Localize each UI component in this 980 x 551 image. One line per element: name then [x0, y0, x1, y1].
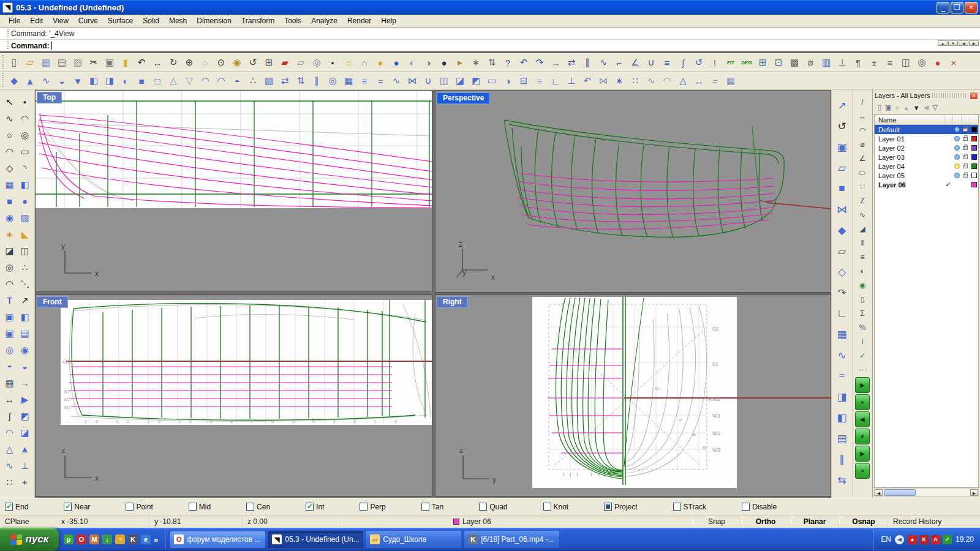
menu-item[interactable]: View	[48, 15, 74, 26]
toolbar-icon[interactable]: ↔	[691, 73, 707, 89]
scroll-up[interactable]: ▲	[938, 40, 948, 46]
layer-row[interactable]: Default	[875, 125, 978, 134]
toolbar-icon[interactable]: ↺	[691, 54, 707, 70]
toolbar-icon[interactable]: ◐	[404, 54, 420, 70]
toolbar-icon[interactable]: «	[855, 394, 870, 410]
menu-item[interactable]: Tools	[279, 15, 306, 26]
toolbar-icon[interactable]: ◉	[229, 54, 245, 70]
checkbox[interactable]	[189, 503, 197, 511]
viewport-front-label[interactable]: Front	[37, 296, 68, 308]
layer-on-bulb-icon[interactable]	[954, 145, 960, 151]
toolbar-icon[interactable]: ↔	[2, 391, 17, 408]
menu-item[interactable]: Mesh	[164, 15, 192, 26]
layer-color-swatch[interactable]	[971, 136, 977, 141]
layer-color-swatch[interactable]	[971, 182, 977, 187]
toolbar-icon[interactable]: ▸	[452, 54, 468, 70]
toolbar-icon[interactable]: ◆	[834, 220, 851, 241]
record-history-pane[interactable]: Record History	[888, 517, 980, 527]
toolbar-icon[interactable]: ⊥	[564, 73, 579, 89]
toolbar-icon[interactable]: ↶	[516, 54, 532, 70]
checkbox[interactable]	[673, 503, 681, 511]
layer-on-bulb-icon[interactable]	[954, 154, 960, 160]
toolbar-icon[interactable]: ◌	[197, 54, 213, 70]
cplane-pane[interactable]: CPlane	[0, 517, 56, 527]
toolbar-icon[interactable]: ▦	[341, 73, 356, 89]
toolbar-icon[interactable]: ▱	[834, 157, 851, 178]
status-toggle-pane[interactable]: Snap	[692, 517, 741, 527]
toolbar-icon[interactable]: ▤	[54, 54, 70, 70]
toolbar-icon[interactable]: ◠	[17, 110, 32, 127]
toolbar-icon[interactable]: ≈	[707, 73, 723, 89]
toolbar-icon[interactable]: ◪	[452, 73, 468, 89]
status-toggle-pane[interactable]: Planar	[790, 517, 839, 527]
toolbar-icon[interactable]: ▲	[17, 441, 32, 457]
quick-launch-icon[interactable]: M	[89, 534, 99, 544]
toolbar-grip[interactable]	[2, 55, 4, 70]
layer-name[interactable]: Layer 06	[875, 181, 944, 189]
toolbar-icon[interactable]: ↗	[17, 292, 32, 309]
toolbar-icon[interactable]: ⊙	[213, 54, 229, 70]
toolbar-icon[interactable]: △	[675, 73, 691, 89]
toolbar-icon[interactable]: ◠	[213, 73, 229, 89]
toolbar-icon[interactable]: ∫	[675, 54, 691, 70]
task-button[interactable]: ◥ 05.3 - Undefined (Un...	[268, 531, 363, 548]
layers-hscrollbar[interactable]: ◀ ▶	[874, 489, 979, 497]
start-button[interactable]: пуск	[0, 528, 59, 551]
menu-item[interactable]: File	[4, 15, 25, 26]
toolbar-icon[interactable]: ●	[17, 193, 32, 209]
toolbar-icon[interactable]: ×	[946, 54, 962, 70]
toolbar-grip[interactable]	[7, 41, 9, 50]
toolbar-icon[interactable]: ◨	[834, 386, 851, 407]
toolbar-icon[interactable]: ◓	[2, 358, 17, 375]
toolbar-icon[interactable]: ↶	[134, 54, 149, 70]
task-button[interactable]: O форум моделистов ...	[170, 531, 265, 548]
toolbar-icon[interactable]: ◎	[2, 259, 17, 276]
toolbar-icon[interactable]: ■	[834, 178, 851, 199]
current-layer-check[interactable]: ✓	[945, 181, 951, 189]
osnap-toggle[interactable]: Cen	[246, 503, 270, 511]
toolbar-icon[interactable]: ◩	[17, 408, 32, 424]
toolbar-icon[interactable]: ≡	[356, 73, 372, 89]
layer-color-swatch[interactable]	[971, 163, 977, 169]
toolbar-icon[interactable]: ⋯	[854, 362, 870, 377]
toolbar-icon[interactable]: ✓	[854, 348, 870, 362]
toolbar-icon[interactable]: ◠	[659, 73, 675, 89]
toolbar-icon[interactable]: +	[17, 474, 32, 490]
quick-launch-icon[interactable]: ◔	[115, 534, 125, 544]
checkbox[interactable]	[360, 503, 368, 511]
checkbox[interactable]	[604, 503, 612, 511]
toolbar-icon[interactable]: ◠	[2, 424, 17, 441]
toolbar-icon[interactable]: ◉	[854, 278, 870, 292]
tray-icon[interactable]: ▲	[908, 535, 917, 544]
toolbar-icon[interactable]: ◑	[500, 73, 516, 89]
toolbar-icon[interactable]: ▦	[723, 73, 739, 89]
toolbar-icon[interactable]: ∪	[643, 54, 659, 70]
layers-toolbar-button[interactable]: ×	[895, 104, 899, 111]
quick-launch-icon[interactable]: O	[77, 534, 86, 544]
checkbox[interactable]	[306, 503, 314, 511]
layers-toolbar-button[interactable]: ▽	[932, 103, 937, 111]
toolbar-icon[interactable]: ∿	[2, 457, 17, 474]
toolbar-icon[interactable]: ∴	[17, 259, 32, 276]
layer-row[interactable]: Layer 02	[875, 143, 978, 152]
toolbar-icon[interactable]: ▧	[261, 73, 277, 89]
toolbar-icon[interactable]: ▤	[834, 428, 851, 449]
toolbar-icon[interactable]: ✂	[86, 54, 102, 70]
toolbar-icon[interactable]: ⋈	[404, 73, 420, 89]
osnap-toggle[interactable]: Int	[306, 503, 324, 511]
toolbar-icon[interactable]: ■	[2, 193, 17, 209]
toolbar-icon[interactable]: ↷	[834, 282, 851, 303]
toolbar-icon[interactable]: ≈	[834, 365, 851, 386]
toolbar-icon[interactable]: ∿	[595, 54, 611, 70]
checkbox[interactable]	[742, 503, 750, 511]
toolbar-icon[interactable]: ⇆	[834, 470, 851, 490]
toolbar-icon[interactable]: ∥	[309, 73, 325, 89]
toolbar-icon[interactable]: ∥	[579, 54, 595, 70]
osnap-toggle[interactable]: Quad	[479, 503, 507, 511]
toolbar-icon[interactable]: ⋈	[834, 199, 851, 220]
toolbar-icon[interactable]: ◠	[2, 276, 17, 292]
toolbar-icon[interactable]: ◎	[309, 54, 325, 70]
toolbar-icon[interactable]: ●	[930, 54, 946, 70]
toolbar-icon[interactable]: DEG	[739, 54, 755, 70]
toolbar-icon[interactable]: »	[855, 463, 870, 479]
